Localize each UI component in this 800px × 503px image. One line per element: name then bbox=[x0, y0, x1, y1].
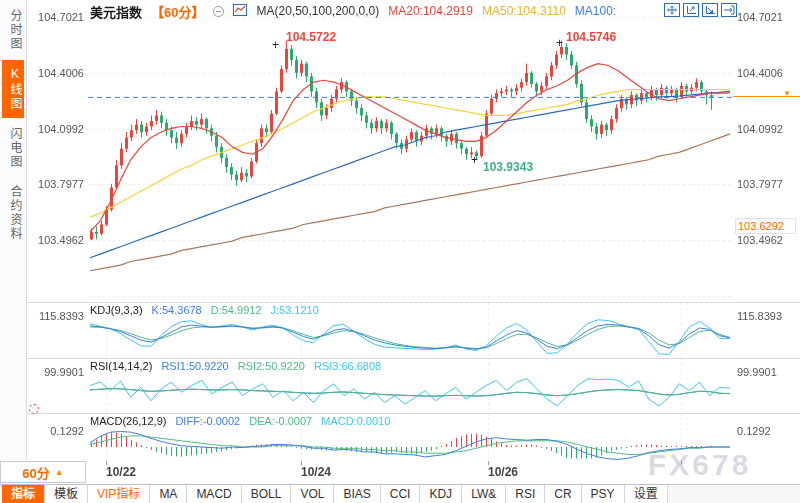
tab-ma[interactable]: MA bbox=[150, 485, 187, 503]
kdj-scale-right: 115.8393 bbox=[737, 310, 782, 322]
axis-zoom-up-icon[interactable] bbox=[683, 3, 699, 17]
rsi1-value: RSI1:50.9220 bbox=[161, 360, 228, 372]
collapse-icon[interactable] bbox=[213, 6, 224, 17]
axis-left-label: 104.0992 bbox=[30, 123, 84, 135]
trading-app: 分时图 K线图 闪电图 合约资料 美元指数 【60分】 MA(20,50,100… bbox=[0, 0, 800, 503]
axis-left-label: 103.7977 bbox=[30, 178, 84, 190]
date-tick bbox=[681, 461, 682, 465]
axis-right-label: 104.4006 bbox=[737, 67, 783, 79]
tab-cci[interactable]: CCI bbox=[381, 485, 421, 503]
high1-annotation: 104.5722 bbox=[286, 30, 336, 44]
rsi3-value: RSI3:66.6808 bbox=[314, 360, 381, 372]
chart-legend: 美元指数 【60分】 MA(20,50,100,200,0,0) MA20:10… bbox=[90, 3, 616, 19]
rsi-header: RSI(14,14,2) RSI1:50.9220 RSI2:50.9220 R… bbox=[90, 360, 381, 372]
high-cross-marker: + bbox=[272, 40, 279, 50]
kdj-header: KDJ(9,3,3) K:54.3678 D:54.9912 J:53.1210 bbox=[90, 304, 319, 316]
kdj-scale-left: 115.8393 bbox=[30, 310, 84, 322]
ma20-value: MA20:104.2919 bbox=[388, 4, 473, 18]
low1-annotation: 103.9343 bbox=[483, 160, 533, 174]
tab-bias[interactable]: BIAS bbox=[334, 485, 380, 503]
ma100-value: MA100: bbox=[575, 4, 616, 18]
tab-vip-indicator[interactable]: VIP指标 bbox=[88, 485, 150, 503]
tab-template[interactable]: 模板 bbox=[45, 485, 88, 503]
sidebar: 分时图 K线图 闪电图 合约资料 bbox=[0, 0, 27, 460]
period-label: 【60分】 bbox=[151, 2, 204, 21]
tab-vol[interactable]: VOL bbox=[291, 485, 334, 503]
sidebar-item-kline-chart[interactable]: K线图 bbox=[2, 60, 24, 118]
macd-dea-value: DEA:-0.0007 bbox=[249, 415, 312, 427]
ma-settings-label: MA(20,50,100,200,0,0) bbox=[256, 4, 379, 18]
axis-right-label: 103.4962 bbox=[737, 234, 783, 246]
timeline-row: 60分 ▲ 10/22 10/24 10/26 bbox=[0, 460, 800, 484]
macd-header: MACD(26,12,9) DIFF:-0.0002 DEA:-0.0007 M… bbox=[90, 415, 390, 427]
axis-right-label: 104.0992 bbox=[737, 123, 783, 135]
symbol-title: 美元指数 bbox=[90, 2, 142, 21]
macd-title: MACD(26,12,9) bbox=[90, 415, 166, 427]
high-cross-marker: + bbox=[556, 38, 563, 48]
pan-move-icon[interactable] bbox=[664, 3, 680, 17]
rsi2-value: RSI2:50.9220 bbox=[238, 360, 305, 372]
tab-psy[interactable]: PSY bbox=[582, 485, 625, 503]
kdj-title: KDJ(9,3,3) bbox=[90, 304, 143, 316]
axis-right-label: 103.7977 bbox=[737, 178, 783, 190]
axis-left-label: 104.7021 bbox=[30, 11, 84, 23]
date-label: 10/22 bbox=[106, 465, 136, 479]
tab-indicator[interactable]: 指标 bbox=[2, 485, 45, 503]
page-forward-icon[interactable] bbox=[721, 3, 737, 17]
sidebar-item-time-chart[interactable]: 分时图 bbox=[2, 2, 24, 58]
macd-scale-right: 0.1292 bbox=[737, 425, 771, 437]
chart-canvas[interactable] bbox=[0, 0, 800, 460]
settlement-price-tag: 103.6292 bbox=[735, 218, 796, 234]
low-cross-marker: + bbox=[471, 155, 478, 165]
date-label: 10/24 bbox=[301, 465, 331, 479]
tab-cr[interactable]: CR bbox=[545, 485, 581, 503]
tab-rsi[interactable]: RSI bbox=[506, 485, 545, 503]
period-selector-label: 60分 bbox=[22, 463, 49, 482]
tab-boll[interactable]: BOLL bbox=[242, 485, 292, 503]
macd-macd-value: MACD:0.0010 bbox=[321, 415, 390, 427]
sidebar-item-lightning-chart[interactable]: 闪电图 bbox=[2, 120, 24, 176]
high2-annotation: 104.5746 bbox=[566, 30, 616, 44]
kdj-d-value: D:54.9912 bbox=[211, 304, 262, 316]
rsi-title: RSI(14,14,2) bbox=[90, 360, 152, 372]
macd-scale-left: 0.1292 bbox=[30, 425, 84, 437]
tab-settings[interactable]: 设置 bbox=[625, 485, 668, 503]
chart-type-icon[interactable] bbox=[233, 2, 247, 20]
dropdown-arrow-icon: ▲ bbox=[55, 467, 64, 477]
period-selector[interactable]: 60分 ▲ bbox=[0, 461, 86, 483]
sidebar-item-contract-info[interactable]: 合约资料 bbox=[2, 178, 24, 248]
current-price-marker-icon: ▼ bbox=[783, 90, 791, 98]
panel-gadget-icon[interactable] bbox=[29, 404, 39, 414]
ma50-value: MA50:104.3110 bbox=[482, 4, 566, 18]
chart-toolbox bbox=[664, 3, 737, 17]
axis-left-label: 104.4006 bbox=[30, 67, 84, 79]
axis-zoom-right-icon[interactable] bbox=[702, 3, 718, 17]
axis-left-label: 103.4962 bbox=[30, 234, 84, 246]
rsi-scale-right: 99.9901 bbox=[737, 366, 777, 378]
indicator-toolbar: 指标 模板 VIP指标 MA MACD BOLL VOL BIAS CCI KD… bbox=[0, 484, 800, 503]
macd-diff-value: DIFF:-0.0002 bbox=[175, 415, 240, 427]
tab-macd[interactable]: MACD bbox=[187, 485, 241, 503]
date-label: 10/26 bbox=[488, 465, 518, 479]
kdj-k-value: K:54.3678 bbox=[152, 304, 202, 316]
rsi-scale-left: 99.9901 bbox=[30, 366, 84, 378]
tab-kdj[interactable]: KDJ bbox=[420, 485, 462, 503]
tab-lw[interactable]: LW& bbox=[462, 485, 506, 503]
axis-right-label: 104.7021 bbox=[737, 11, 783, 23]
kdj-j-value: J:53.1210 bbox=[271, 304, 319, 316]
